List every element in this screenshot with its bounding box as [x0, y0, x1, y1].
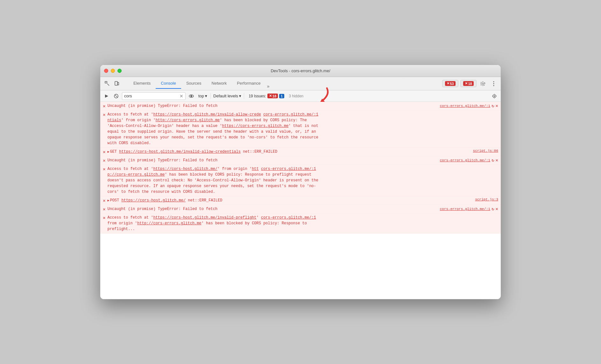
eye-button[interactable]	[187, 92, 195, 100]
console-entry: ✕ Uncaught (in promise) TypeError: Faile…	[100, 156, 501, 165]
svg-rect-0	[105, 81, 107, 83]
entry-source[interactable]: script.js:3	[475, 198, 498, 201]
cors-source-2[interactable]: cors-errors.glitch.me/:1	[261, 167, 316, 171]
clear-console-button[interactable]	[112, 92, 120, 100]
entry-text: Access to fetch at 'https://cors-host.gl…	[107, 112, 498, 146]
post-link[interactable]: https://cors-host.glitch.me/	[121, 198, 186, 203]
tab-sources[interactable]: Sources	[181, 78, 207, 89]
more-tabs-button[interactable]: »	[266, 84, 271, 89]
entry-text: Access to fetch at 'https://cors-host.gl…	[107, 215, 498, 232]
filter-input[interactable]	[124, 94, 180, 98]
hidden-count-label: 3 hidden	[289, 94, 303, 98]
entry-actions: cors-errors.glitch.me/:1 ↻ ✕	[440, 206, 498, 212]
cors-link-4[interactable]: https://cors-errors.glitch.me	[222, 124, 289, 128]
svg-point-10	[191, 95, 192, 97]
svg-rect-1	[115, 81, 117, 85]
svg-line-8	[115, 95, 117, 97]
console-entry: ✕ ▶POST https://cors-host.glitch.me/ net…	[100, 196, 501, 205]
console-entry: ✕ Uncaught (in promise) TypeError: Faile…	[100, 102, 501, 110]
error-icon: ✕	[103, 198, 105, 203]
reload-icon[interactable]: ↻	[491, 103, 494, 108]
reload-icon[interactable]: ↻	[491, 206, 494, 212]
more-options-button[interactable]	[489, 79, 498, 88]
svg-point-12	[494, 95, 495, 97]
cors-link-2[interactable]: ntials	[107, 118, 121, 122]
reload-icon[interactable]: ↻	[491, 158, 494, 163]
cors-link-3[interactable]: http://cors-errors.glitch.me	[156, 118, 220, 122]
issues-info-badge: 1	[279, 94, 284, 98]
execute-script-button[interactable]	[103, 92, 110, 100]
tab-elements[interactable]: Elements	[128, 78, 156, 89]
default-levels-dropdown[interactable]: Default levels ▾	[210, 93, 244, 99]
svg-point-3	[493, 81, 494, 82]
svg-point-4	[493, 83, 494, 84]
console-entry: ✕ Access to fetch at 'https://cors-host.…	[100, 110, 501, 148]
entry-actions: cors-errors.glitch.me/:1 ↻ ✕	[440, 103, 498, 108]
tab-bar: Elements Console Sources Network Perform…	[124, 78, 275, 89]
console-entry: ✕ ▶GET https://cors-host.glitch.me/inval…	[100, 148, 501, 156]
issues-button[interactable]: 19 Issues: ✕ 18 1	[246, 93, 287, 99]
get-link[interactable]: https://cors-host.glitch.me/invalid-allo…	[119, 150, 241, 154]
maximize-button[interactable]	[117, 69, 122, 73]
error-icon: ✕ 53	[445, 81, 456, 86]
error-icon: ✕	[103, 112, 105, 117]
traffic-lights	[104, 69, 122, 73]
arrow-annotation-icon	[308, 87, 330, 104]
inspect-element-button[interactable]	[103, 79, 112, 88]
filter-input-wrapper: ✕	[122, 92, 186, 100]
cors-link-6[interactable]: htt	[252, 167, 259, 171]
error-icon: ✕	[103, 158, 105, 163]
cors-source-3[interactable]: cors-errors.glitch.me/:1	[261, 215, 316, 220]
title-bar: DevTools - cors-errors.glitch.me/	[100, 65, 501, 77]
levels-label: Default levels	[213, 94, 238, 98]
entry-text: Uncaught (in promise) TypeError: Failed …	[107, 206, 438, 212]
close-button[interactable]	[104, 69, 108, 73]
entry-source[interactable]: cors-errors.glitch.me/:1	[440, 207, 490, 211]
tab-performance[interactable]: Performance	[232, 78, 265, 89]
entry-text: Access to fetch at 'https://cors-host.gl…	[107, 166, 498, 195]
remove-icon[interactable]: ✕	[496, 158, 498, 163]
entry-source[interactable]: cors-errors.glitch.me/:1	[440, 158, 490, 162]
levels-arrow: ▾	[239, 94, 241, 98]
error-icon: ✕	[103, 166, 105, 172]
minimize-button[interactable]	[111, 69, 115, 73]
cors-link-8[interactable]: https://cors-host.glitch.me/invalid-pref…	[153, 215, 256, 220]
error-icon: ✕	[103, 149, 105, 155]
top-label: top	[198, 94, 204, 98]
remove-icon[interactable]: ✕	[496, 206, 498, 212]
cors-link-9[interactable]: http://cors-errors.glitch.me	[137, 221, 202, 226]
main-toolbar: Elements Console Sources Network Perform…	[100, 77, 501, 90]
expand-triangle[interactable]: ▶	[107, 150, 109, 154]
entry-text: ▶POST https://cors-host.glitch.me/ net::…	[107, 198, 473, 203]
entry-text: Uncaught (in promise) TypeError: Failed …	[107, 103, 438, 109]
device-toggle-button[interactable]	[112, 79, 121, 88]
tab-network[interactable]: Network	[207, 78, 232, 89]
entry-source[interactable]: cors-errors.glitch.me/:1	[440, 104, 490, 108]
toolbar-right: ✕ 53 ✕ 18	[442, 79, 498, 88]
window-title: DevTools - cors-errors.glitch.me/	[271, 68, 330, 73]
cors-link-5[interactable]: https://cors-host.glitch.me/	[153, 167, 217, 171]
console-toolbar: ✕ top ▾ Default levels ▾ 19 Issues: ✕ 18…	[100, 90, 501, 102]
top-dropdown-arrow: ▾	[205, 94, 207, 98]
settings-button[interactable]	[478, 79, 487, 88]
tab-console[interactable]: Console	[156, 78, 181, 89]
cors-link-7[interactable]: p://cors-errors.glitch.me	[107, 172, 165, 177]
cors-link-1b[interactable]: cors-errors.glitch.me/:1	[263, 112, 318, 117]
svg-rect-2	[117, 82, 119, 85]
error-icon: ✕	[103, 215, 105, 220]
console-settings-button[interactable]	[491, 92, 498, 100]
entry-source[interactable]: script.js:86	[473, 149, 498, 153]
entry-text: Uncaught (in promise) TypeError: Failed …	[107, 158, 438, 163]
warnings-badge[interactable]: ✕ 18	[460, 80, 477, 87]
error-icon: ✕	[103, 103, 105, 109]
cors-link-1[interactable]: https://cors-host.glitch.me/invalid-allo…	[153, 112, 261, 117]
svg-point-5	[493, 85, 494, 86]
top-context-dropdown[interactable]: top ▾	[197, 93, 209, 99]
error-icon: ✕	[103, 206, 105, 212]
errors-badge[interactable]: ✕ 53	[442, 80, 458, 87]
entry-actions: cors-errors.glitch.me/:1 ↻ ✕	[440, 158, 498, 163]
remove-icon[interactable]: ✕	[496, 103, 498, 108]
filter-clear-button[interactable]: ✕	[180, 94, 183, 99]
svg-marker-6	[105, 94, 108, 98]
expand-triangle[interactable]: ▶	[107, 199, 109, 202]
